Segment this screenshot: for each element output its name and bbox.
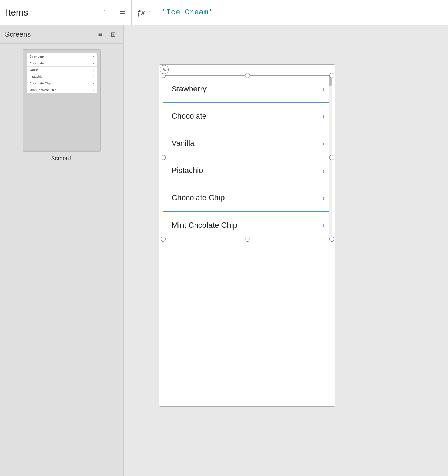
canvas-area[interactable]: ✎ Stawberry › Chocolate › Vanilla › Pist… [124,25,448,476]
grid-icon: ⊞ [110,31,116,38]
list-item-label: Chocolate [172,112,207,121]
handle-top-center[interactable] [245,73,250,78]
list-item[interactable]: Mint Chcolate Chip › [163,212,332,239]
thumb-list-item: Pistachio› [27,73,97,80]
grid-view-button[interactable]: ⊞ [108,29,118,40]
thumb-list-item: Vanilla› [27,67,97,73]
list-item[interactable]: Stawberry › [163,76,332,103]
items-label: Items [6,7,100,18]
list-item-chevron-icon: › [322,85,325,93]
left-panel: Screens ≡ ⊞ Strawberry›Chocolate›Vanilla… [0,25,124,476]
screen-label: Screen1 [51,155,72,162]
list-item-chevron-icon: › [322,221,325,229]
handle-bottom-right[interactable] [329,237,334,242]
handle-top-right[interactable] [329,73,334,78]
fx-label: ƒx [137,8,145,17]
handle-mid-right[interactable] [329,155,334,160]
edit-icon[interactable]: ✎ [160,65,169,74]
list-item-chevron-icon: › [322,112,325,120]
handle-bottom-left[interactable] [161,237,166,242]
items-chevron-icon: ˅ [104,9,107,17]
items-dropdown[interactable]: Items ˅ [0,0,113,25]
fx-button[interactable]: ƒx ˅ [132,0,155,25]
handle-mid-left[interactable] [161,155,166,160]
thumb-list-item: Chocolate› [27,60,97,67]
thumb-list-item: Chocolate Chip› [27,80,97,87]
toolbar: Items ˅ = ƒx ˅ [0,0,448,25]
phone-frame: ✎ Stawberry › Chocolate › Vanilla › Pist… [159,64,335,407]
list-item-label: Stawberry [172,84,207,94]
edit-pencil-icon: ✎ [162,67,166,72]
handle-bottom-center[interactable] [245,237,250,242]
list-item-label: Pistachio [172,166,203,175]
list-item-label: Chocolate Chip [172,193,225,202]
list-view-button[interactable]: ≡ [95,29,106,40]
list-item-chevron-icon: › [322,167,325,175]
list-item-chevron-icon: › [322,194,325,202]
list-item-label: Mint Chcolate Chip [172,221,237,230]
list-icon: ≡ [98,31,102,38]
thumb-list-item: Strawberry› [27,53,97,60]
screen-thumbnail-container: Strawberry›Chocolate›Vanilla›Pistachio›C… [0,44,123,167]
fx-chevron-icon: ˅ [147,10,150,16]
list-item-chevron-icon: › [322,139,325,148]
thumb-list-item: Mint Chcolate Chip› [27,87,97,93]
list-item[interactable]: Chocolate Chip › [163,184,332,212]
list-widget[interactable]: ✎ Stawberry › Chocolate › Vanilla › Pist… [163,75,332,239]
list-item[interactable]: Chocolate › [163,103,332,130]
screens-title: Screens [5,30,93,38]
screens-header: Screens ≡ ⊞ [0,25,123,44]
list-item-label: Vanilla [172,139,194,148]
list-item[interactable]: Pistachio › [163,157,332,184]
list-item[interactable]: Vanilla › [163,130,332,157]
screen-thumbnail[interactable]: Strawberry›Chocolate›Vanilla›Pistachio›C… [23,49,101,152]
formula-input[interactable] [155,0,448,25]
equals-symbol: = [113,0,132,25]
list-items-container: Stawberry › Chocolate › Vanilla › Pistac… [163,76,332,239]
